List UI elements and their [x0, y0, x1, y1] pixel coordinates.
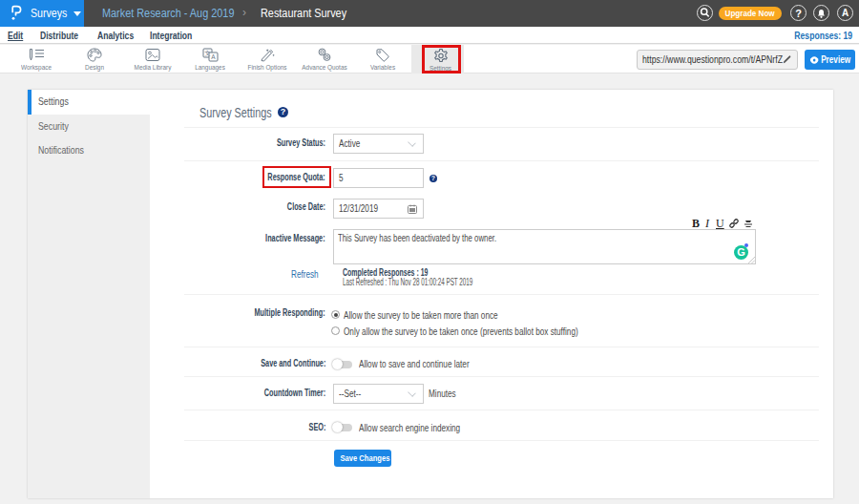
- svg-text:文: 文: [204, 50, 211, 56]
- svg-text:A: A: [211, 53, 216, 60]
